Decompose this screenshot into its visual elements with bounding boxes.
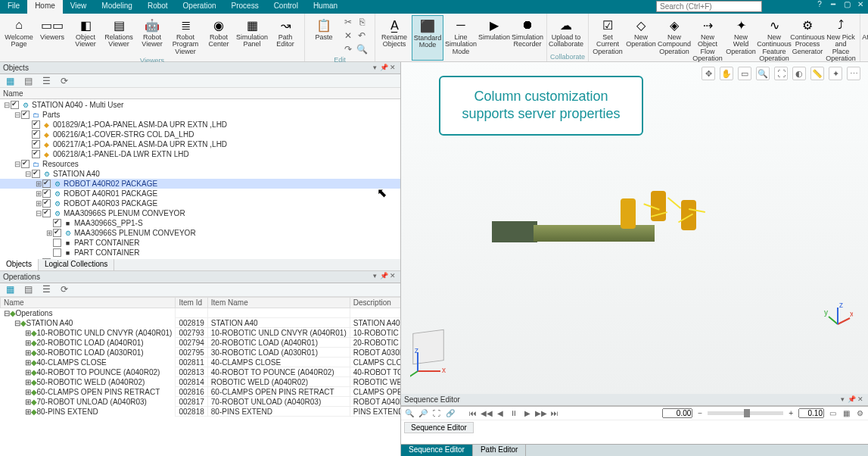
checkbox[interactable]	[32, 170, 40, 178]
twisty-icon[interactable]: ⊟	[3, 101, 11, 109]
tab-view[interactable]: View	[63, 0, 95, 14]
tree-row[interactable]: ⊟🗀Resources	[0, 159, 400, 169]
simulation[interactable]: ▶Simulation	[478, 15, 510, 61]
twisty-icon[interactable]: ⊞	[25, 388, 31, 396]
seq-zoomin-icon[interactable]: 🔎	[418, 408, 428, 419]
twisty-icon[interactable]: ⊞	[25, 339, 31, 347]
seq-play-icon[interactable]: ▶	[522, 408, 533, 419]
new-continuous-feature-op[interactable]: ∿New ContinuousFeature Operation	[758, 15, 790, 64]
close-icon[interactable]: ✕	[856, 0, 865, 8]
tab-sequence-editor[interactable]: Sequence Editor	[401, 445, 473, 456]
checkbox[interactable]	[53, 248, 61, 257]
twisty-icon[interactable]: ⊞	[25, 398, 31, 406]
seq-step-input[interactable]	[798, 408, 824, 418]
panel-dropdown-icon[interactable]: ▾	[370, 272, 379, 281]
new-weld-op[interactable]: ✦New WeldOperation	[725, 15, 757, 64]
view-snap-icon[interactable]: ✦	[829, 67, 842, 80]
tab-home[interactable]: Home	[27, 0, 63, 14]
simulation-panel[interactable]: ▦SimulationPanel	[236, 15, 268, 57]
twisty-icon[interactable]: ⊞	[35, 189, 42, 198]
twisty-icon[interactable]: ⊟	[14, 160, 21, 168]
tree-row[interactable]: ■PART CONTAINER	[0, 238, 400, 248]
find-icon[interactable]: 🔍	[355, 42, 369, 56]
object-viewer[interactable]: ◧ObjectViewer	[70, 15, 101, 57]
table-row[interactable]: ⊞◆50-ROBOTIC WELD (A040R02)002814ROBOTIC…	[1, 377, 401, 387]
seq-time-input[interactable]	[662, 408, 692, 418]
twisty-icon[interactable]: ⊞	[45, 229, 53, 237]
seq-pause-icon[interactable]: ⏸	[509, 408, 519, 419]
checkbox[interactable]	[42, 258, 51, 259]
robot-program-viewer[interactable]: ≣Robot ProgramViewer	[170, 15, 201, 57]
panel-close-icon[interactable]: ✕	[856, 395, 865, 404]
new-pick-place-op[interactable]: ⤴New Pick andPlace Operation	[825, 15, 857, 64]
tree-row[interactable]: ⊟⚙MAA30966S PLENUM CONVEYOR	[0, 208, 400, 218]
undo-icon[interactable]: ↶	[355, 29, 369, 42]
standard-mode[interactable]: ⬛StandardMode	[412, 15, 443, 61]
tab-human[interactable]: Human	[306, 0, 345, 14]
checkbox[interactable]	[32, 150, 40, 158]
twisty-icon[interactable]: ⊟	[35, 209, 42, 217]
paste[interactable]: 📋Paste	[308, 15, 340, 56]
panel-pin-icon[interactable]: 📌	[379, 272, 388, 281]
tree-filter-icon[interactable]: ☰	[39, 74, 53, 88]
redo-icon[interactable]: ↷	[341, 42, 355, 56]
panel-pin-icon[interactable]: 📌	[379, 64, 388, 73]
help-icon[interactable]: ?	[815, 0, 824, 8]
tree-row[interactable]: ◆006217/A;1-POA-PANEL ASM-DA UPR EXTN ,L…	[0, 139, 400, 149]
twisty-icon[interactable]: ⊞	[25, 378, 31, 386]
twisty-icon[interactable]: ⊟	[24, 170, 32, 178]
tree-filter-icon[interactable]: ☰	[39, 283, 53, 296]
seq-opt3-icon[interactable]: ⚙	[854, 408, 865, 419]
col-header[interactable]: Name	[1, 297, 176, 308]
col-header[interactable]: Description	[350, 297, 400, 308]
maximize-icon[interactable]: ▢	[842, 0, 851, 8]
objects-column-header[interactable]: Name	[0, 88, 400, 99]
view-zoom-icon[interactable]: 🔍	[756, 67, 770, 80]
checkbox[interactable]	[42, 209, 51, 217]
checkbox[interactable]	[42, 199, 51, 208]
checkbox[interactable]	[32, 130, 40, 139]
new-operation[interactable]: ◇NewOperation	[625, 15, 657, 64]
tab-objects[interactable]: Objects	[0, 259, 39, 270]
upload-collab[interactable]: ☁Upload toCollaborate	[550, 15, 582, 53]
tree-refresh-icon[interactable]: ⟳	[58, 283, 71, 296]
seq-stepback-icon[interactable]: ◀	[495, 408, 506, 419]
panel-close-icon[interactable]: ✕	[388, 272, 397, 281]
new-object-flow-op[interactable]: ⇢New ObjectFlow Operation	[692, 15, 723, 64]
panel-pin-icon[interactable]: 📌	[847, 395, 856, 404]
table-row[interactable]: ⊞◆70-ROBOT UNLOAD (A040R03)00281770-ROBO…	[1, 397, 401, 407]
tree-row[interactable]: ⊟🗀Parts	[0, 110, 400, 120]
path-editor[interactable]: ↝PathEditor	[269, 15, 301, 57]
new-compound-op[interactable]: ◈New CompoundOperation	[658, 15, 690, 64]
view-fit-icon[interactable]: ⛶	[774, 67, 788, 80]
tab-logical-collections[interactable]: Logical Collections	[39, 259, 114, 270]
view-pan-icon[interactable]: ✋	[720, 67, 733, 80]
col-header[interactable]: Item Name	[207, 297, 350, 308]
col-header[interactable]: Item Id	[176, 297, 207, 308]
tree-collapse-icon[interactable]: ▤	[21, 74, 35, 88]
robot-center[interactable]: ◉RobotCenter	[203, 15, 235, 57]
tree-row[interactable]: ■PART CONTAINER	[0, 248, 400, 258]
checkbox[interactable]	[32, 120, 40, 129]
tree-expand-icon[interactable]: ▦	[3, 283, 17, 296]
tree-row[interactable]: ⊞⚙ROBOT A40R03 PACKAGE	[0, 198, 400, 208]
tab-robot[interactable]: Robot	[140, 0, 176, 14]
checkbox[interactable]	[11, 101, 19, 109]
copy-icon[interactable]: ⎘	[355, 15, 369, 29]
seq-first-icon[interactable]: ⏮	[468, 408, 478, 419]
tree-row[interactable]: ⊞⚙MAA30966S PLENUM CONVEYOR	[0, 228, 400, 238]
seq-link-icon[interactable]: 🔗	[445, 408, 456, 419]
checkbox[interactable]	[53, 219, 61, 227]
tree-row[interactable]: ◆001829/A;1-POA-PANEL ASM-DA UPR EXTN ,L…	[0, 120, 400, 130]
tree-row[interactable]: ⊟⚙STATION A40	[0, 169, 400, 179]
checkbox[interactable]	[21, 160, 30, 168]
tab-file[interactable]: File	[0, 0, 27, 14]
tree-row[interactable]: ⊞⚙ROBOT A40R02 PACKAGE	[0, 179, 400, 189]
table-row[interactable]: ⊟◆STATION A40002819STATION A40STATION A4…	[1, 318, 401, 328]
twisty-icon[interactable]: ⊞	[25, 348, 31, 357]
twisty-icon[interactable]: ⊞	[35, 199, 42, 208]
line-sim-mode[interactable]: ─Line SimulationMode	[445, 15, 477, 61]
twisty-icon[interactable]: ⊞	[25, 408, 31, 416]
tree-row[interactable]: ⊟⚙STATION A040 - Multi User	[0, 100, 400, 110]
table-row[interactable]: ⊞◆10-ROBOTIC UNLD CNVYR (A040R01)0027931…	[1, 328, 401, 338]
